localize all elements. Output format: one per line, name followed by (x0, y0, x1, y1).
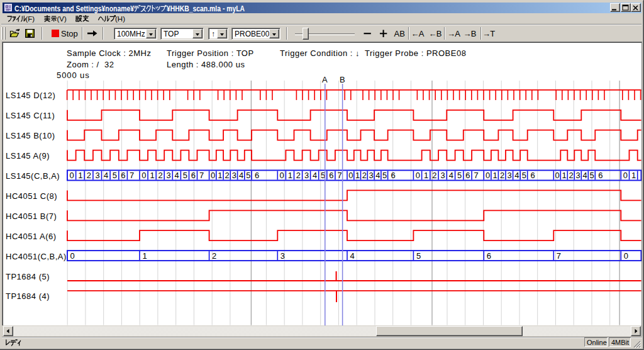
svg-text:3: 3 (95, 171, 99, 180)
svg-text:6: 6 (598, 171, 602, 180)
svg-text:2: 2 (362, 171, 367, 180)
svg-text:2: 2 (225, 171, 229, 180)
svg-text:5: 5 (457, 171, 462, 180)
svg-text:2: 2 (87, 171, 91, 180)
svg-text:7: 7 (474, 171, 479, 180)
svg-text:0: 0 (348, 171, 353, 180)
svg-text:0: 0 (211, 171, 215, 180)
svg-text:5: 5 (382, 171, 387, 180)
svg-text:3: 3 (440, 171, 445, 180)
svg-text:6: 6 (329, 171, 333, 180)
svg-text:1: 1 (78, 171, 82, 180)
svg-text:7: 7 (337, 171, 341, 180)
svg-text:0: 0 (623, 171, 628, 180)
svg-text:6: 6 (191, 171, 196, 180)
svg-text:4: 4 (449, 171, 453, 180)
svg-text:3: 3 (369, 171, 373, 180)
svg-text:4: 4 (350, 251, 355, 261)
svg-text:0: 0 (280, 171, 284, 180)
svg-text:4: 4 (514, 171, 519, 180)
svg-text:0: 0 (416, 171, 420, 180)
svg-text:7: 7 (199, 171, 204, 180)
svg-text:1: 1 (424, 171, 428, 180)
svg-text:2: 2 (212, 251, 216, 261)
svg-text:6: 6 (465, 171, 470, 180)
svg-text:4: 4 (583, 171, 587, 180)
svg-text:4: 4 (104, 171, 108, 180)
svg-text:3: 3 (167, 171, 171, 180)
svg-text:7: 7 (557, 251, 561, 261)
svg-text:2: 2 (432, 171, 436, 180)
svg-text:0: 0 (624, 251, 628, 261)
svg-text:5: 5 (590, 171, 594, 180)
svg-text:2: 2 (569, 171, 574, 180)
svg-text:2: 2 (158, 171, 162, 180)
svg-text:1: 1 (288, 171, 292, 180)
svg-text:1: 1 (218, 171, 222, 180)
svg-text:1: 1 (562, 171, 567, 180)
svg-text:4: 4 (239, 171, 243, 180)
svg-text:5: 5 (113, 171, 117, 180)
svg-text:6: 6 (121, 171, 125, 180)
svg-text:3: 3 (508, 171, 512, 180)
svg-text:1: 1 (631, 171, 636, 180)
svg-text:5: 5 (416, 251, 421, 261)
svg-text:6: 6 (487, 251, 491, 261)
svg-text:5: 5 (183, 171, 187, 180)
svg-text:2: 2 (296, 171, 301, 180)
svg-text:1: 1 (150, 171, 154, 180)
svg-text:1: 1 (143, 251, 147, 261)
svg-text:0: 0 (142, 171, 146, 180)
svg-text:3: 3 (232, 171, 236, 180)
svg-text:2: 2 (500, 171, 504, 180)
svg-text:1: 1 (492, 171, 497, 180)
svg-text:4: 4 (175, 171, 179, 180)
svg-text:0: 0 (70, 171, 74, 180)
svg-text:5: 5 (522, 171, 526, 180)
svg-text:0: 0 (70, 251, 75, 261)
svg-text:6: 6 (391, 171, 395, 180)
svg-text:1: 1 (355, 171, 360, 180)
svg-text:0: 0 (555, 171, 560, 180)
svg-text:6: 6 (255, 171, 259, 180)
svg-text:4: 4 (313, 171, 317, 180)
svg-text:7: 7 (130, 171, 134, 180)
svg-text:4: 4 (375, 171, 380, 180)
svg-text:6: 6 (531, 171, 535, 180)
svg-text:3: 3 (280, 251, 285, 261)
svg-text:0: 0 (486, 171, 490, 180)
svg-text:3: 3 (304, 171, 309, 180)
svg-text:3: 3 (576, 171, 580, 180)
svg-text:5: 5 (246, 171, 250, 180)
